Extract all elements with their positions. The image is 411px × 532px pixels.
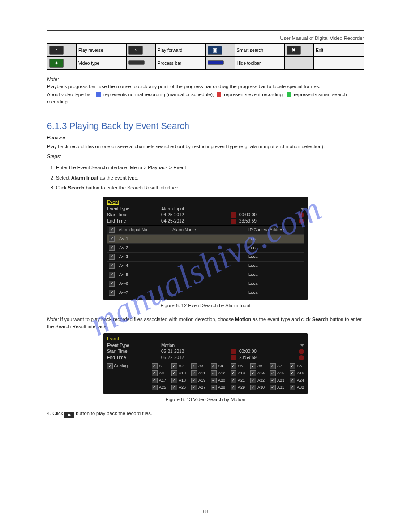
play-reverse-icon: ‹ <box>47 44 77 57</box>
channel-checkbox[interactable]: ✓ <box>290 370 295 376</box>
analog-channel-item[interactable]: ✓A20 <box>211 378 225 383</box>
row-checkbox[interactable]: ✓ <box>109 272 115 278</box>
clock-icon[interactable] <box>299 355 304 360</box>
analog-master-checkbox[interactable]: ✓ <box>107 363 113 369</box>
analog-channel-item[interactable]: ✓A3 <box>191 363 206 369</box>
clock-icon[interactable] <box>299 219 304 224</box>
divider-2 <box>47 406 364 406</box>
end-time-row[interactable]: End Time 04-25-2012 23:59:59 <box>107 219 304 224</box>
row-checkbox[interactable]: ✓ <box>109 281 115 287</box>
channel-checkbox[interactable]: ✓ <box>290 378 295 383</box>
analog-channel-item[interactable]: ✓A7 <box>270 363 284 369</box>
clock-icon[interactable] <box>299 349 304 354</box>
channel-checkbox[interactable]: ✓ <box>250 385 256 390</box>
channel-label: A26 <box>179 385 186 390</box>
row-checkbox[interactable]: ✓ <box>109 263 115 269</box>
alarm-row[interactable]: ✓A<-5Local <box>107 270 304 279</box>
channel-checkbox[interactable]: ✓ <box>152 378 158 383</box>
channel-checkbox[interactable]: ✓ <box>152 370 158 376</box>
channel-checkbox[interactable]: ✓ <box>211 370 217 376</box>
alarm-row[interactable]: ✓A<-1Local <box>107 235 304 244</box>
analog-channel-item[interactable]: ✓A32 <box>290 385 304 390</box>
channel-checkbox[interactable]: ✓ <box>191 378 197 383</box>
analog-channel-item[interactable]: ✓A28 <box>211 385 225 390</box>
channel-checkbox[interactable]: ✓ <box>231 370 236 376</box>
channel-checkbox[interactable]: ✓ <box>250 363 256 369</box>
analog-channel-item[interactable]: ✓A27 <box>191 385 206 390</box>
analog-channel-item[interactable]: ✓A13 <box>231 370 245 376</box>
channel-checkbox[interactable]: ✓ <box>171 385 177 390</box>
channel-checkbox[interactable]: ✓ <box>152 385 158 390</box>
channel-checkbox[interactable]: ✓ <box>270 378 276 383</box>
channel-checkbox[interactable]: ✓ <box>211 378 217 383</box>
analog-channel-item[interactable]: ✓A9 <box>152 370 166 376</box>
start-time-row[interactable]: Start Time 04-25-2012 00:00:00 <box>107 212 304 218</box>
analog-channel-item[interactable]: ✓A6 <box>250 363 265 369</box>
calendar-icon[interactable] <box>231 219 236 224</box>
channel-checkbox[interactable]: ✓ <box>290 363 295 369</box>
alarm-row[interactable]: ✓A<-3Local <box>107 253 304 262</box>
channel-checkbox[interactable]: ✓ <box>290 385 295 390</box>
analog-channel-item[interactable]: ✓A16 <box>290 370 304 376</box>
analog-channel-item[interactable]: ✓A2 <box>171 363 186 369</box>
end-time-row-2[interactable]: End Time 05-22-2012 23:59:59 <box>107 355 304 360</box>
event-type-row-2[interactable]: Event Type Motion <box>107 343 304 348</box>
analog-channel-item[interactable]: ✓A8 <box>290 363 304 369</box>
channel-checkbox[interactable]: ✓ <box>171 363 177 369</box>
analog-channel-item[interactable]: ✓A10 <box>171 370 186 376</box>
analog-channel-item[interactable]: ✓A23 <box>270 378 284 383</box>
analog-channel-item[interactable]: ✓A18 <box>171 378 186 383</box>
analog-channel-item[interactable]: ✓A19 <box>191 378 206 383</box>
analog-channel-item[interactable]: ✓A26 <box>171 385 186 390</box>
channel-checkbox[interactable]: ✓ <box>231 385 236 390</box>
analog-channel-item[interactable]: ✓A31 <box>270 385 284 390</box>
alarm-row[interactable]: ✓A<-4Local <box>107 262 304 270</box>
row-ip-address: Local <box>248 263 302 269</box>
analog-channel-item[interactable]: ✓A30 <box>250 385 265 390</box>
channel-checkbox[interactable]: ✓ <box>250 378 256 383</box>
analog-channel-item[interactable]: ✓A29 <box>231 385 245 390</box>
analog-channel-item[interactable]: ✓A14 <box>250 370 265 376</box>
channel-checkbox[interactable]: ✓ <box>171 378 177 383</box>
row-checkbox[interactable]: ✓ <box>109 236 115 242</box>
alarm-row[interactable]: ✓A<-7Local <box>107 288 304 297</box>
select-all-checkbox[interactable]: ✓ <box>109 227 115 233</box>
channel-checkbox[interactable]: ✓ <box>191 385 197 390</box>
calendar-icon[interactable] <box>231 212 236 218</box>
channel-checkbox[interactable]: ✓ <box>211 363 217 369</box>
analog-channel-item[interactable]: ✓A11 <box>191 370 206 376</box>
event-type-row[interactable]: Event Type Alarm Input <box>107 206 304 211</box>
alarm-row[interactable]: ✓A<-2Local <box>107 244 304 253</box>
channel-checkbox[interactable]: ✓ <box>270 370 276 376</box>
analog-channel-item[interactable]: ✓A5 <box>231 363 245 369</box>
channel-checkbox[interactable]: ✓ <box>231 363 236 369</box>
analog-channel-item[interactable]: ✓A1 <box>152 363 166 369</box>
analog-channel-item[interactable]: ✓A15 <box>270 370 284 376</box>
start-time-row-2[interactable]: Start Time 05-21-2012 00:00:00 <box>107 349 304 354</box>
channel-checkbox[interactable]: ✓ <box>211 385 217 390</box>
calendar-icon[interactable] <box>231 349 236 354</box>
channel-checkbox[interactable]: ✓ <box>152 363 158 369</box>
channel-checkbox[interactable]: ✓ <box>270 385 276 390</box>
channel-checkbox[interactable]: ✓ <box>171 370 177 376</box>
alarm-row[interactable]: ✓A<-6Local <box>107 279 304 288</box>
channel-checkbox[interactable]: ✓ <box>270 363 276 369</box>
analog-channel-item[interactable]: ✓A17 <box>152 378 166 383</box>
analog-channel-item[interactable]: ✓A21 <box>231 378 245 383</box>
channel-checkbox[interactable]: ✓ <box>250 370 256 376</box>
exit-icon: ✖ <box>285 44 314 57</box>
analog-channel-item[interactable]: ✓A25 <box>152 385 166 390</box>
row-checkbox[interactable]: ✓ <box>109 245 115 251</box>
analog-channel-item[interactable]: ✓A24 <box>290 378 304 383</box>
row-checkbox[interactable]: ✓ <box>109 290 115 296</box>
channel-checkbox[interactable]: ✓ <box>191 370 197 376</box>
row-checkbox[interactable]: ✓ <box>109 254 115 260</box>
calendar-icon[interactable] <box>231 355 236 360</box>
clock-icon[interactable] <box>299 212 304 218</box>
analog-channel-item[interactable]: ✓A22 <box>250 378 265 383</box>
step-1: Enter the Event Search interface. Menu >… <box>56 164 364 172</box>
analog-channel-item[interactable]: ✓A4 <box>211 363 225 369</box>
analog-channel-item[interactable]: ✓A12 <box>211 370 225 376</box>
channel-checkbox[interactable]: ✓ <box>231 378 236 383</box>
channel-checkbox[interactable]: ✓ <box>191 363 197 369</box>
